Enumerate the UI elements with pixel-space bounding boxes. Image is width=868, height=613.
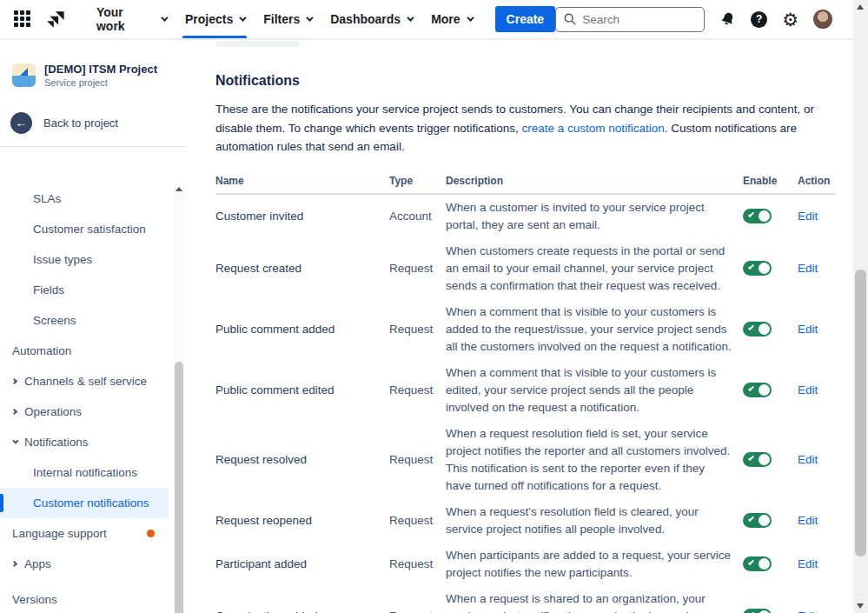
cell-name: Participant added	[215, 557, 389, 570]
toggle-check-icon	[748, 516, 754, 522]
sidebar-item-issue-types[interactable]: Issue types	[0, 244, 172, 275]
sidebar-item-operations[interactable]: Operations	[0, 396, 172, 427]
sidebar-item-label: Operations	[24, 405, 82, 418]
help-icon[interactable]: ?	[751, 11, 767, 28]
sidebar-scrollbar-thumb[interactable]	[175, 362, 183, 613]
enable-toggle[interactable]	[743, 383, 772, 397]
cell-name: Request created	[215, 262, 389, 275]
sidebar-scrollbar[interactable]	[174, 183, 184, 613]
cell-description: When customers create requests in the po…	[446, 243, 743, 295]
jira-settings-page: Your workProjectsFiltersDashboardsMore C…	[0, 0, 868, 613]
sidebar-divider	[0, 146, 187, 147]
search-box[interactable]	[555, 7, 705, 32]
nav-item-more[interactable]: More	[421, 0, 480, 38]
header-name: Name	[215, 175, 389, 187]
sidebar-item-channels-self-service[interactable]: Channels & self service	[0, 366, 172, 396]
scroll-up-arrow-icon[interactable]	[176, 187, 182, 191]
sidebar-item-slas[interactable]: SLAs	[0, 183, 172, 214]
user-avatar[interactable]	[813, 10, 832, 29]
enable-toggle[interactable]	[743, 261, 772, 276]
toggle-check-icon	[748, 455, 754, 461]
sidebar-item-label: Customer satisfaction	[33, 223, 146, 236]
top-navigation-bar: Your workProjectsFiltersDashboardsMore C…	[0, 0, 853, 40]
chevron-right-icon	[11, 561, 17, 567]
chevron-down-icon	[12, 438, 18, 444]
edit-link[interactable]: Edit	[789, 514, 836, 527]
app-switcher-icon[interactable]	[14, 10, 31, 28]
toggle-knob	[759, 384, 770, 396]
nav-item-label: Your work	[96, 5, 155, 33]
sidebar-item-label: Fields	[33, 283, 64, 297]
primary-nav: Your workProjectsFiltersDashboardsMore	[87, 0, 481, 38]
sidebar-item-label: Notifications	[24, 436, 89, 449]
cell-type: Request	[389, 557, 446, 570]
sidebar-item-screens[interactable]: Screens	[0, 305, 172, 336]
cell-enable	[743, 609, 789, 613]
notifications-bell-icon[interactable]	[719, 11, 736, 28]
enable-toggle[interactable]	[743, 556, 772, 571]
back-to-project-button[interactable]: ← Back to project	[0, 109, 187, 137]
sidebar-item-customer-notifications[interactable]: Customer notifications	[0, 488, 169, 518]
edit-link[interactable]: Edit	[789, 453, 836, 466]
scroll-down-arrow-icon[interactable]	[857, 603, 864, 609]
edit-link[interactable]: Edit	[789, 323, 836, 336]
search-input[interactable]	[582, 13, 686, 26]
sidebar-item-versions[interactable]: Versions	[0, 584, 172, 613]
enable-toggle[interactable]	[743, 513, 772, 528]
notifications-table-body: Customer invitedAccountWhen a customer i…	[215, 195, 836, 613]
toggle-knob	[759, 323, 770, 335]
toggle-knob	[759, 210, 770, 222]
toggle-check-icon	[748, 211, 754, 217]
edit-link[interactable]: Edit	[789, 383, 836, 396]
table-row: Customer invitedAccountWhen a customer i…	[215, 195, 836, 238]
edit-link[interactable]: Edit	[789, 557, 836, 570]
jira-logo-icon[interactable]	[45, 8, 68, 30]
cell-description: When a request is shared to an organizat…	[446, 590, 743, 613]
cell-description: When a comment that is visible to your c…	[446, 303, 743, 356]
header-description: Description	[446, 175, 743, 187]
sidebar-item-label: Customer notifications	[33, 496, 149, 510]
chevron-down-icon	[306, 14, 313, 21]
back-label: Back to project	[43, 117, 118, 130]
sidebar-item-fields[interactable]: Fields	[0, 275, 172, 305]
nav-item-dashboards[interactable]: Dashboards	[321, 0, 421, 38]
cell-type: Request	[389, 610, 446, 613]
sidebar-item-language-support[interactable]: Language support	[0, 518, 172, 549]
edit-link[interactable]: Edit	[789, 210, 836, 223]
customer-notifications-content: Notifications These are the notification…	[215, 40, 836, 613]
table-row: Request createdRequestWhen customers cre…	[215, 238, 836, 299]
enable-toggle[interactable]	[743, 452, 772, 467]
nav-item-projects[interactable]: Projects	[176, 0, 254, 38]
header-action: Action	[789, 175, 836, 187]
enable-toggle[interactable]	[743, 209, 772, 223]
nav-item-label: More	[431, 12, 460, 26]
sidebar-item-label: Channels & self service	[24, 375, 147, 388]
sidebar-item-customer-satisfaction[interactable]: Customer satisfaction	[0, 214, 172, 244]
edit-link[interactable]: Edit	[789, 610, 836, 613]
scroll-up-arrow-icon[interactable]	[857, 4, 864, 10]
settings-gear-icon[interactable]: ⚙	[782, 10, 798, 29]
create-button[interactable]: Create	[495, 6, 556, 32]
sidebar-item-internal-notifications[interactable]: Internal notifications	[0, 457, 172, 488]
cell-name: Public comment added	[215, 323, 389, 336]
chevron-down-icon	[239, 14, 246, 21]
sidebar-item-automation[interactable]: Automation	[0, 336, 172, 366]
cell-name: Public comment edited	[215, 383, 389, 396]
nav-item-your-work[interactable]: Your work	[87, 0, 176, 38]
enable-toggle[interactable]	[743, 322, 772, 336]
sidebar-menu: SLAsCustomer satisfactionIssue typesFiel…	[0, 182, 172, 613]
nav-item-filters[interactable]: Filters	[254, 0, 321, 38]
window-scrollbar-thumb[interactable]	[855, 270, 866, 556]
notifications-table-header: Name Type Description Enable Action	[215, 175, 836, 195]
sidebar-item-apps[interactable]: Apps	[0, 549, 172, 579]
create-custom-notification-link[interactable]: create a custom notification	[521, 122, 664, 135]
toggle-knob	[759, 263, 770, 274]
window-scrollbar[interactable]	[853, 0, 868, 613]
cell-type: Request	[389, 514, 446, 527]
chevron-down-icon	[161, 14, 168, 21]
sidebar-item-notifications[interactable]: Notifications	[0, 427, 172, 457]
edit-link[interactable]: Edit	[789, 262, 836, 275]
enable-toggle[interactable]	[743, 609, 772, 613]
notifications-table: Name Type Description Enable Action Cust…	[215, 175, 836, 613]
table-row: Public comment editedRequestWhen a comme…	[215, 360, 836, 421]
